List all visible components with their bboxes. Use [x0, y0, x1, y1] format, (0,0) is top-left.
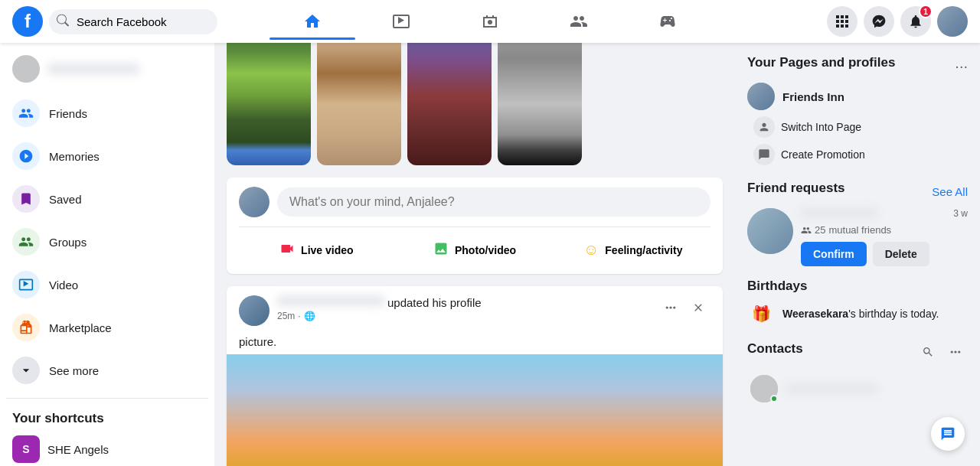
requester-info: 3 w 25 mutual friends Confirm Delete: [801, 208, 968, 266]
contacts-more-options[interactable]: [943, 340, 968, 364]
contacts-icons: [916, 340, 968, 364]
contact-item-1[interactable]: [747, 370, 968, 407]
sidebar-item-marketplace[interactable]: Marketplace: [6, 306, 208, 349]
shortcut-item-she-angels[interactable]: S SHE Angels: [6, 429, 208, 466]
sidebar-item-video-label: Video: [49, 279, 78, 292]
delete-button[interactable]: Delete: [873, 242, 929, 266]
new-message-button[interactable]: [931, 417, 965, 451]
requests-header: Friend requests See All: [747, 181, 968, 202]
sidebar-item-friends-label: Friends: [49, 107, 87, 120]
pages-section: Your Pages and profiles ··· Friends Inn …: [747, 55, 968, 168]
mutual-friends: 25 mutual friends: [801, 224, 968, 236]
post-header-actions: [658, 295, 710, 320]
feed-post-header: updated his profile 25m · 🌐: [227, 286, 723, 335]
sidebar-divider: [6, 398, 208, 399]
shortcut-she-angels-label: SHE Angels: [47, 443, 109, 456]
post-box-actions: Live video Photo/video ☺ Feeling/activit…: [239, 226, 710, 265]
nav-watch-button[interactable]: [358, 3, 444, 40]
feeling-label: Feeling/activity: [605, 244, 682, 256]
messenger-button[interactable]: [864, 6, 894, 37]
svg-point-0: [666, 306, 668, 308]
notification-count-badge: 1: [919, 5, 933, 18]
online-indicator: [770, 395, 778, 402]
svg-point-1: [669, 306, 671, 308]
post-input[interactable]: [277, 187, 710, 217]
shortcuts-title: Your shortcuts: [6, 405, 208, 429]
nav-groups-button[interactable]: [536, 3, 622, 40]
contacts-title: Contacts: [747, 341, 803, 357]
sidebar-item-memories[interactable]: Memories: [6, 135, 208, 178]
page-avatar: [747, 83, 775, 110]
page-name: Friends Inn: [782, 90, 844, 103]
contacts-header: Contacts: [747, 340, 968, 364]
sidebar-item-saved-label: Saved: [49, 193, 82, 206]
search-wrapper: [49, 9, 217, 34]
chevron-down-icon: [12, 357, 40, 384]
post-image: [227, 354, 723, 466]
sidebar-item-see-more-label: See more: [49, 364, 99, 377]
pages-more-options[interactable]: ···: [955, 57, 968, 75]
photo-video-icon: [433, 241, 449, 259]
requester-avatar: [747, 208, 793, 254]
sidebar-item-groups[interactable]: Groups: [6, 220, 208, 263]
feeling-icon: ☺: [583, 241, 599, 259]
post-user-avatar: [239, 295, 270, 326]
post-more-options[interactable]: [658, 295, 683, 320]
post-separator: ·: [298, 311, 300, 321]
apps-button[interactable]: [827, 6, 858, 37]
post-close-button[interactable]: [686, 295, 710, 320]
nav-marketplace-button[interactable]: [447, 3, 533, 40]
live-video-button[interactable]: Live video: [239, 235, 394, 265]
mutual-label: mutual friends: [828, 224, 891, 236]
sidebar-item-saved[interactable]: Saved: [6, 178, 208, 220]
svg-point-2: [673, 306, 675, 308]
switch-into-page-action[interactable]: Switch Into Page: [747, 113, 968, 141]
post-privacy-icon: 🌐: [304, 311, 315, 321]
page-item: Friends Inn: [747, 83, 968, 110]
sidebar-item-memories-label: Memories: [49, 150, 100, 163]
sidebar-item-groups-label: Groups: [49, 236, 87, 249]
search-contacts-button[interactable]: [916, 340, 940, 364]
search-input[interactable]: [49, 9, 217, 34]
search-icon: [57, 15, 69, 29]
request-item: 3 w 25 mutual friends Confirm Delete: [747, 208, 968, 266]
facebook-logo[interactable]: f: [12, 6, 43, 37]
notifications-button[interactable]: 1: [900, 6, 931, 37]
pages-header: Your Pages and profiles ···: [747, 55, 968, 77]
sidebar-item-friends[interactable]: Friends: [6, 92, 208, 135]
she-angels-icon: S: [12, 435, 40, 463]
video-icon: [12, 271, 40, 298]
feeling-button[interactable]: ☺ Feeling/activity: [555, 235, 710, 265]
nav-home-button[interactable]: [270, 3, 355, 40]
create-promotion-action[interactable]: Create Promotion: [747, 141, 968, 168]
post-update-text: updated his profile: [387, 296, 482, 309]
requester-name: [801, 208, 877, 218]
request-timestamp: 3 w: [953, 208, 968, 219]
birthday-suffix: 's birthday is today.: [848, 308, 939, 320]
topnav-left: f: [12, 6, 242, 37]
topnav-right: 1: [738, 6, 968, 37]
nav-gaming-button[interactable]: [625, 3, 710, 40]
friend-requests-section: Friend requests See All 3 w 25 mutual fr…: [747, 181, 968, 266]
sidebar-item-marketplace-label: Marketplace: [49, 321, 112, 334]
main-feed: Live video Photo/video ☺ Feeling/activit…: [214, 0, 735, 466]
switch-into-page-label: Switch Into Page: [781, 121, 861, 133]
confirm-button[interactable]: Confirm: [801, 242, 867, 266]
live-video-label: Live video: [301, 244, 353, 256]
birthday-name: Weerasekara: [782, 308, 848, 320]
post-content-text: picture.: [227, 335, 723, 354]
birthday-text: Weerasekara's birthday is today.: [782, 308, 939, 320]
see-all-link[interactable]: See All: [932, 185, 968, 198]
svg-point-5: [958, 350, 960, 353]
promotion-icon: [753, 144, 775, 165]
user-avatar[interactable]: [937, 6, 968, 37]
birthday-item: 🎁 Weerasekara's birthday is today.: [747, 300, 968, 328]
memories-icon: [12, 142, 40, 170]
user-profile-row[interactable]: [6, 49, 208, 89]
sidebar-item-video[interactable]: Video: [6, 263, 208, 306]
saved-icon: [12, 185, 40, 213]
post-time: 25m: [277, 311, 295, 321]
friend-requests-title: Friend requests: [747, 181, 845, 196]
photo-video-button[interactable]: Photo/video: [397, 235, 553, 265]
sidebar-item-see-more[interactable]: See more: [6, 349, 208, 392]
